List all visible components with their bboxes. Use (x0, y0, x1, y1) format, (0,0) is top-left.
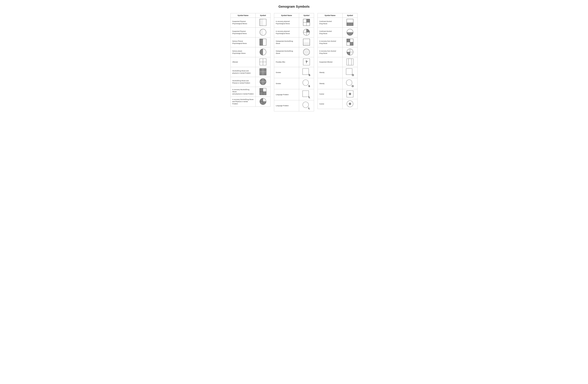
row-symbol (255, 27, 270, 37)
table-row: Language Problem L (274, 100, 314, 111)
table-row: In recovery from Alcohol/Drug Abuse (318, 37, 357, 47)
row-symbol: L (299, 100, 314, 111)
row-symbol: S (299, 78, 314, 89)
row-name: Subspected Alcohol/DrugAbuse (274, 37, 299, 47)
table-2: Symbol Name Symbol In recovery physical/… (274, 13, 314, 111)
row-name: Smoker (274, 78, 299, 89)
table3-header-name: Symbol Name (318, 13, 343, 18)
row-name: Obesity (318, 67, 343, 78)
svg-text:O: O (352, 74, 354, 76)
svg-point-60 (303, 80, 309, 86)
row-name: Confrmed Alcohol/Drug Abuse (318, 27, 343, 37)
row-name: Language Problem (274, 89, 299, 100)
table-row: Affected (231, 57, 271, 67)
table-1: Symbol Name Symbol Suspected Physical/Ps… (231, 13, 271, 107)
svg-rect-51 (303, 42, 310, 45)
row-name: Subspected Alcohol/DrugAbuse (274, 47, 299, 57)
row-name: Affected (231, 57, 255, 67)
row-symbol (255, 97, 270, 107)
table-row: Smoker S (274, 67, 314, 78)
svg-point-89 (346, 80, 352, 86)
table-row: In recovery from Alcohol/Drug Abuse (318, 47, 357, 57)
row-symbol (255, 77, 270, 87)
table-row: Suspected Affected (318, 57, 357, 67)
svg-text:O: O (352, 85, 354, 88)
table-row: Serious physic/Psychologic Iliness (231, 47, 271, 57)
table-row: Possibly Affec ? (274, 57, 314, 67)
svg-rect-58 (303, 68, 309, 75)
svg-text:S: S (309, 74, 310, 76)
svg-rect-74 (347, 39, 350, 42)
row-name: Suspected Affected (318, 57, 343, 67)
table1-header-symbol: Symbol (255, 13, 270, 18)
row-name: Possibly Affec (274, 57, 299, 67)
row-name: In recovery from Alcohol/Drug Abuse (318, 47, 343, 57)
table-row: Confrmed Alcohol/Drug Abuse (318, 18, 357, 27)
tables-container: Symbol Name Symbol Suspected Physical/Ps… (7, 13, 581, 111)
row-symbol (255, 57, 270, 67)
svg-text:?: ? (305, 60, 308, 64)
row-symbol (255, 47, 270, 57)
table-3: Symbol Name Symbol Confrmed Alcohol/Drug… (317, 13, 357, 109)
table-row: Obesity O (318, 78, 357, 89)
svg-rect-62 (303, 91, 309, 97)
table-row: Confrmed Alcohol/Drug Abuse (318, 27, 357, 37)
table-row: Serious Phsical/Psychological Iliness (231, 37, 271, 47)
row-name: In recovery from Alcohol/Drug Abuse (318, 37, 343, 47)
row-name: Smoker (274, 67, 299, 78)
svg-text:L: L (309, 96, 310, 99)
row-name: Serious physic/Psychologic Iliness (231, 47, 255, 57)
row-symbol (255, 18, 270, 27)
svg-rect-67 (347, 23, 353, 26)
table-row: Smoker S (274, 78, 314, 89)
row-symbol (255, 87, 270, 97)
row-symbol (342, 47, 357, 57)
row-name: Suspected Physical/Psychological Iliness (231, 27, 255, 37)
table-row: Language Problem L (274, 89, 314, 100)
row-name: in recovery Alcohol/Drug Abuseand Physic… (231, 97, 255, 107)
svg-point-94 (349, 103, 351, 105)
row-name: Serious Phsical/Psychological Iliness (231, 37, 255, 47)
row-symbol (342, 18, 357, 27)
svg-rect-10 (260, 39, 263, 45)
svg-rect-75 (350, 42, 353, 45)
row-symbol: ? (299, 57, 314, 67)
row-name: Language Problem (274, 100, 299, 111)
row-symbol (255, 37, 270, 47)
table-row: In recovery Akcohol/Drug Abuseand physic… (231, 87, 271, 97)
row-name: Camier (318, 89, 343, 99)
row-name: Obesity (318, 78, 343, 89)
svg-text:S: S (308, 85, 310, 88)
row-name: In recovery Akcohol/Drug Abuseand physic… (231, 87, 255, 97)
row-symbol (299, 27, 314, 37)
table-row: In recovery physical/Psychological Iline… (274, 18, 314, 27)
table-row: in recovery Alcohol/Drug Abuseand Physic… (231, 97, 271, 107)
table-row: Suspected Physical/Psychological Illines… (231, 18, 271, 27)
row-symbol (255, 67, 270, 77)
svg-text:L: L (308, 107, 310, 110)
page-title: Genogram Symbols (7, 5, 581, 8)
table-row: Camier (318, 99, 357, 109)
row-name: Camier (318, 99, 343, 109)
row-symbol: L (299, 89, 314, 100)
svg-rect-28 (263, 88, 266, 91)
row-symbol (342, 27, 357, 37)
table-row: Camier (318, 89, 357, 99)
row-name: In recovery physical/Psychological Iline… (274, 27, 299, 37)
table-row: Obesity O (318, 67, 357, 78)
svg-rect-3 (263, 19, 266, 26)
row-symbol: O (342, 67, 357, 78)
svg-point-92 (349, 93, 351, 95)
svg-rect-87 (346, 68, 352, 75)
table-row: Subspected Alcohol/DrugAbuse (274, 37, 314, 47)
row-symbol (299, 47, 314, 57)
table-row: Alcohol/Drug Abuse andphysical or mental… (231, 67, 271, 77)
svg-rect-39 (307, 19, 310, 22)
row-symbol (299, 18, 314, 27)
row-symbol (342, 57, 357, 67)
row-symbol (342, 37, 357, 47)
svg-point-64 (303, 102, 309, 108)
table3-header-symbol: Symbol (342, 13, 357, 18)
table-row: In recovery physical/Psychological Iline… (274, 27, 314, 37)
row-symbol: O (342, 78, 357, 89)
